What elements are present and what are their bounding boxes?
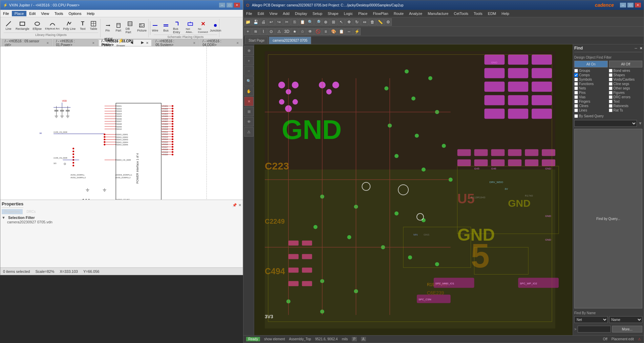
sidebar-zoom-btn[interactable]: 🔍 xyxy=(244,76,254,86)
right-ratsnest-btn[interactable]: ≋ xyxy=(252,28,259,35)
right-menu-analyze[interactable]: Analyze xyxy=(406,11,425,16)
nav-left-btn[interactable]: ◄ xyxy=(127,38,136,46)
rectangle-tool[interactable]: Rectangle xyxy=(15,20,30,31)
voids-cavities-checkbox[interactable] xyxy=(609,78,613,81)
menu-file[interactable]: File xyxy=(0,11,12,16)
pin-tool[interactable]: Pin xyxy=(103,21,112,33)
bond-wires-checkbox[interactable] xyxy=(609,69,613,73)
sidebar-layers-btn[interactable]: ⊞ xyxy=(244,107,254,116)
pcb-canvas[interactable]: GND GND GND 5 U5 C223 C2249 C494 R193 R2… xyxy=(254,44,573,335)
symbols-checkbox[interactable] xyxy=(574,78,578,81)
shapes-checkbox[interactable] xyxy=(609,73,613,77)
right-tab-start[interactable]: Start Page xyxy=(245,37,268,44)
right-hide-btn[interactable]: 🚫 xyxy=(314,28,322,35)
right-ruler-btn[interactable]: 📏 xyxy=(377,18,384,26)
menu-help[interactable]: Help xyxy=(84,11,98,16)
part-tool[interactable]: Part xyxy=(114,21,123,33)
other-segs-checkbox[interactable] xyxy=(609,86,613,90)
ratsnests-checkbox[interactable] xyxy=(609,104,613,108)
right-move-btn[interactable]: ✥ xyxy=(345,18,353,26)
menu-view[interactable]: View xyxy=(38,11,52,16)
tab-close-ddr[interactable]: ✕ xyxy=(236,41,239,45)
name-search-input[interactable] xyxy=(578,326,610,332)
right-highlight-btn[interactable]: ★ xyxy=(291,28,298,35)
right-menu-tools[interactable]: Tools xyxy=(471,11,485,16)
more-button[interactable]: More... xyxy=(612,326,642,332)
tab-close-sensor[interactable]: ✕ xyxy=(46,41,49,45)
functions-checkbox[interactable] xyxy=(574,82,578,86)
right-delete-btn[interactable]: 🗑 xyxy=(369,18,376,26)
sidebar-visibility-btn[interactable]: 👁 xyxy=(244,117,254,126)
all-off-button[interactable]: All Off xyxy=(609,61,643,67)
clines-checkbox[interactable] xyxy=(574,104,578,108)
menu-options[interactable]: Options xyxy=(66,11,84,16)
right-autoplace-btn[interactable]: ⚡ xyxy=(353,28,361,35)
right-spread-btn[interactable]: ↔ xyxy=(345,28,353,35)
right-menu-cettools[interactable]: CetTools xyxy=(451,11,471,16)
right-maximize-button[interactable]: □ xyxy=(627,3,634,7)
right-menu-display[interactable]: Display xyxy=(292,11,310,16)
all-on-button[interactable]: All On xyxy=(574,61,608,67)
sidebar-minus-btn[interactable]: − xyxy=(244,66,254,76)
name-type-select[interactable]: Net xyxy=(574,316,608,323)
name-filter-select[interactable]: Name xyxy=(609,316,643,323)
right-menu-edm[interactable]: EDM xyxy=(485,11,499,16)
right-menu-file[interactable]: File xyxy=(243,11,255,16)
right-properties-btn[interactable]: ⚙ xyxy=(384,18,392,26)
right-menu-flowplan[interactable]: FlowPlan xyxy=(370,11,391,16)
right-close-button[interactable]: ✕ xyxy=(635,3,641,7)
right-dehighlight-btn[interactable]: ☆ xyxy=(299,28,306,35)
cline-segs-checkbox[interactable] xyxy=(609,82,613,86)
sidebar-plus-btn[interactable]: + xyxy=(244,56,254,65)
right-layer-btn[interactable]: ≡ xyxy=(322,28,329,35)
menu-place[interactable]: Place xyxy=(12,11,27,16)
right-3d-btn[interactable]: 3D xyxy=(283,28,291,35)
tab-close-power01[interactable]: ✕ xyxy=(92,41,95,45)
right-zoom-in-btn[interactable]: 🔍 xyxy=(306,18,314,26)
right-copy-btn[interactable]: ⎘ xyxy=(291,18,298,26)
picture-tool[interactable]: Picture xyxy=(137,21,147,33)
lines-checkbox[interactable] xyxy=(574,108,578,112)
tab-close-system[interactable]: ✕ xyxy=(193,41,196,45)
panel-close-icon[interactable]: ✕ xyxy=(238,203,241,207)
fingers-checkbox[interactable] xyxy=(574,100,578,103)
pins-checkbox[interactable] xyxy=(574,91,578,95)
right-drc-btn[interactable]: ⚠ xyxy=(275,28,283,35)
close-button[interactable]: ✕ xyxy=(234,3,240,7)
right-menu-setup[interactable]: Setup xyxy=(310,11,325,16)
sidebar-hand-btn[interactable]: ✋ xyxy=(244,86,254,96)
right-minimize-button[interactable]: ─ xyxy=(620,3,626,7)
schematic-canvas[interactable]: POWER Interface 1 of 4 HI3516CRBCV300 VD… xyxy=(0,46,243,200)
menu-tools[interactable]: Tools xyxy=(52,11,66,16)
right-zoom-fit-btn[interactable]: ⊕ xyxy=(322,18,329,26)
db-part-tool[interactable]: DB Part xyxy=(125,20,135,35)
text-tool[interactable]: T Text xyxy=(78,20,87,31)
comps-checkbox[interactable] xyxy=(574,73,578,77)
right-menu-view[interactable]: View xyxy=(267,11,280,16)
right-color-btn[interactable]: 🎨 xyxy=(330,28,337,35)
right-mirror-btn[interactable]: ⇔ xyxy=(361,18,368,26)
rat-ts-checkbox[interactable] xyxy=(609,108,613,112)
ellipse-tool[interactable]: Ellipse xyxy=(32,20,43,31)
tab-ddr[interactable]: / - <HI3516 : 04.DDR> ✕ xyxy=(199,39,242,46)
elliptical-arc-tool[interactable]: Elliptical Arc xyxy=(44,20,61,31)
right-save-btn[interactable]: 💾 xyxy=(252,18,259,26)
right-show-btn[interactable]: 👁 xyxy=(306,28,314,35)
maximize-button[interactable]: □ xyxy=(227,3,233,7)
minimize-button[interactable]: ─ xyxy=(219,3,225,7)
drc-errors-checkbox[interactable] xyxy=(609,95,613,99)
right-select-btn[interactable]: ↖ xyxy=(338,18,345,26)
text-checkbox[interactable] xyxy=(609,100,613,103)
right-menu-add[interactable]: Add xyxy=(280,11,292,16)
drcs-tab[interactable]: DRCs xyxy=(24,209,39,214)
find-minimize-icon[interactable]: ─ xyxy=(635,46,637,50)
sidebar-x-btn[interactable]: ✕ xyxy=(244,97,254,106)
sidebar-compass-btn[interactable]: ⊕ xyxy=(244,46,254,55)
right-zoom-area-btn[interactable]: ⊞ xyxy=(330,18,337,26)
no-connect-tool[interactable]: ✕ No Connect xyxy=(197,20,209,34)
saved-query-select[interactable] xyxy=(574,120,637,127)
right-undo-btn[interactable]: ↩ xyxy=(267,18,275,26)
net-alias-tool[interactable]: Net Alias.. xyxy=(185,20,196,34)
right-netlist-btn[interactable]: 📋 xyxy=(338,28,345,35)
right-menu-help[interactable]: Help xyxy=(499,11,512,16)
